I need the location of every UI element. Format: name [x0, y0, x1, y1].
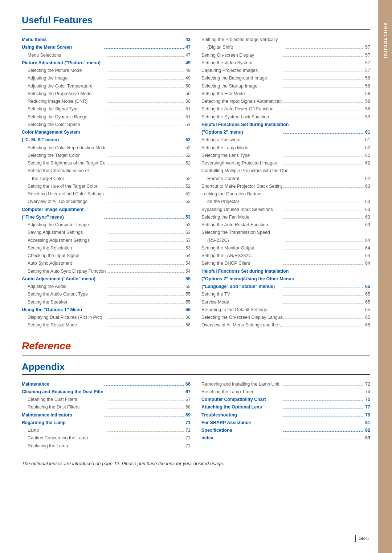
toc-label: Regarding the Lamp [22, 419, 103, 427]
toc-dots [283, 79, 364, 80]
toc-label: (RS-232C) [207, 237, 285, 244]
toc-entry: Setting On-screen Display57 [201, 52, 370, 59]
toc-entry: the Target Color52 [22, 175, 191, 183]
toc-dots [283, 408, 364, 408]
toc-dots [107, 233, 185, 234]
toc-label: Bypassing Unused Input Selections [201, 206, 282, 214]
toc-entry: Setting the DHCP Client64 [201, 260, 370, 267]
toc-page: 54 [185, 268, 191, 275]
toc-label: Selecting the Lens Type [201, 152, 282, 159]
toc-label: Maintenance [22, 381, 103, 388]
toc-entry: Computer Image Adjustment [22, 206, 191, 214]
toc-dots [283, 156, 364, 157]
toc-label: Resetting User-defined Color Settings [28, 190, 106, 198]
appendix-title: Appendix [22, 361, 370, 373]
toc-page: 58 [365, 105, 370, 113]
right-tab-label: Introduction [383, 22, 388, 58]
toc-label: For SHARP Assistance [201, 419, 282, 427]
toc-page: 53 [185, 229, 191, 236]
toc-entry: Setting the Auto Power Off Function58 [201, 105, 370, 113]
toc-page: 81 [365, 419, 370, 427]
toc-dots [104, 64, 185, 64]
toc-dots [104, 218, 185, 219]
toc-page: 57 [365, 59, 370, 67]
toc-dots [283, 431, 364, 432]
toc-label: Setting the Audio Output Type [28, 290, 106, 298]
toc-label: Reducing Image Noise (DNR) [28, 98, 106, 105]
toc-label: Setting the Auto Restart Function [201, 221, 282, 229]
toc-dots [107, 72, 185, 72]
toc-entry: Adjusting the Image49 [22, 74, 191, 82]
toc-dots [283, 385, 364, 386]
toc-label: Setting the Brightness of the Target Col… [28, 159, 106, 167]
toc-entry: Service Mode65 [201, 298, 370, 306]
toc-label: Overview of All Color Settings [28, 198, 106, 206]
toc-dots [107, 87, 185, 88]
toc-dots [283, 110, 364, 110]
toc-dots [107, 318, 185, 319]
toc-label: Selecting the Signal Type [28, 105, 106, 113]
toc-label: Setting the Hue of the Target Color [28, 183, 106, 190]
toc-dots [107, 156, 185, 157]
toc-label: Setting the Eco Mode [201, 90, 282, 98]
toc-entry: Selecting the Picture Mode49 [22, 67, 191, 74]
useful-features-section: Useful Features Menu Items42Using the Me… [22, 15, 370, 329]
toc-page: 54 [185, 260, 191, 267]
toc-page: 52 [185, 144, 191, 152]
toc-dots [107, 288, 185, 288]
toc-dots [283, 149, 364, 149]
toc-entry: Selecting the Background Image58 [201, 74, 370, 82]
toc-label: Troubleshooting [201, 411, 282, 419]
toc-entry: Selecting the Signal Type51 [22, 105, 191, 113]
toc-label: Shortcut to Make Projector Stack Setting… [201, 183, 282, 190]
toc-label: ("Language" and "Status" menus) [201, 283, 282, 290]
toc-entry: Maintenance66 [22, 381, 191, 388]
appendix-left-col: Maintenance66Cleaning and Replacing the … [22, 381, 191, 450]
toc-entry: Reducing Image Noise (DNR)50 [22, 98, 191, 105]
section-divider [22, 29, 370, 30]
reference-title: Reference [22, 340, 370, 352]
toc-entry: Specifications82 [201, 427, 370, 434]
toc-entry: Shortcut to Make Projector Stack Setting… [201, 183, 370, 190]
toc-page: 61 [365, 129, 370, 136]
toc-entry: Setting the Auto Restart Function63 [201, 221, 370, 229]
toc-entry: Accessing Adjustment Settings53 [22, 237, 191, 244]
toc-page: 62 [365, 159, 370, 167]
toc-entry: Removing and Installing the Lamp Unit72 [201, 381, 370, 388]
toc-label: Remote Control [207, 175, 285, 183]
toc-dots [104, 280, 185, 280]
toc-label: Selecting the Target Color [28, 152, 106, 159]
toc-dots [107, 195, 185, 195]
toc-label: Selecting the Picture Mode [28, 67, 106, 74]
toc-label: Returning to the Default Settings [201, 306, 282, 314]
toc-dots [107, 447, 185, 447]
toc-entry: ("Fine Sync" menu)53 [22, 214, 191, 221]
toc-label: Maintenance Indicators [22, 411, 103, 419]
toc-dots [107, 95, 185, 95]
toc-entry: Setting the Chromatic Value of [22, 167, 191, 175]
toc-page: 62 [365, 175, 370, 183]
toc-dots [107, 303, 185, 304]
toc-label: Caution Concerning the Lamp [28, 434, 106, 442]
footer-link[interactable]: 12 [114, 461, 119, 466]
toc-entry: Selecting the Color Reproduction Mode52 [22, 144, 191, 152]
toc-page: 63 [365, 183, 370, 190]
toc-dots [283, 218, 364, 219]
toc-page: 52 [185, 152, 191, 159]
toc-entry: Setting the Monitor Output64 [201, 244, 370, 252]
toc-label: Setting the Speaker [28, 298, 106, 306]
toc-label: Setting the Resize Mode [28, 321, 106, 329]
toc-page: 52 [185, 175, 191, 183]
toc-dots [283, 424, 364, 424]
toc-page: 77 [365, 403, 370, 411]
toc-label: Adjusting the Image [28, 74, 106, 82]
toc-entry: Setting the Resolution53 [22, 244, 191, 252]
toc-page: 59 [365, 113, 370, 121]
page-badge: GB-5 [355, 535, 372, 542]
right-tab: Introduction [378, 0, 392, 553]
toc-entry: Selecting the Color Space51 [22, 121, 191, 129]
toc-page: 65 [365, 314, 370, 321]
toc-label: Selecting the Color Space [28, 121, 106, 129]
toc-dots [107, 272, 185, 273]
toc-label: the Target Color [32, 175, 108, 183]
